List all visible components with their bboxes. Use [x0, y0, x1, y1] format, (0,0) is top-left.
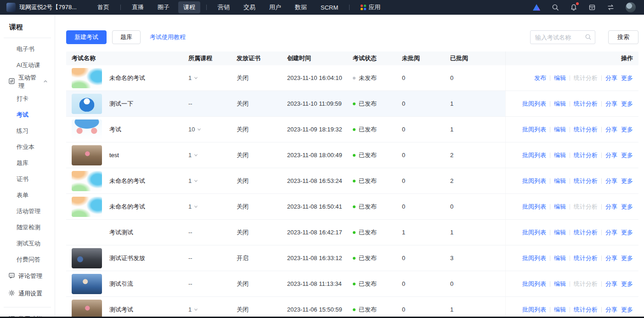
exam-name-cell: 测试考试	[72, 300, 188, 318]
action-stats-analysis[interactable]: 统计分析	[574, 254, 598, 262]
sidebar-group-2[interactable]: 互动管理	[0, 73, 55, 91]
action-share[interactable]: 分享	[605, 280, 617, 288]
action-edit[interactable]: 编辑	[554, 177, 566, 185]
action-more[interactable]: 更多	[621, 306, 633, 314]
sidebar-group-14[interactable]: 评论管理	[0, 267, 55, 285]
nav-item-8[interactable]: 用户	[264, 1, 286, 13]
search-icon[interactable]	[552, 4, 559, 11]
course-count-dropdown[interactable]: 10	[188, 126, 237, 133]
sidebar-item-9[interactable]: 表单	[0, 187, 55, 203]
exam-status: 已发布	[353, 100, 402, 108]
nav-item-7[interactable]: 交易	[238, 1, 260, 13]
action-share[interactable]: 分享	[605, 100, 617, 108]
action-stats-analysis[interactable]: 统计分析	[574, 228, 598, 237]
course-count-dropdown[interactable]: 1	[188, 306, 237, 313]
action-share[interactable]: 分享	[605, 306, 617, 314]
search-button[interactable]: 搜索	[608, 30, 638, 44]
action-edit[interactable]: 编辑	[554, 228, 566, 237]
nav-item-0[interactable]: 首页	[92, 1, 114, 13]
action-stats-analysis[interactable]: 统计分析	[574, 306, 598, 314]
action-more[interactable]: 更多	[621, 228, 633, 237]
action-review-list[interactable]: 批阅列表	[522, 254, 546, 262]
sidebar-item-8[interactable]: 证书	[0, 171, 55, 187]
switch-account-icon[interactable]	[607, 4, 615, 11]
workbench-icon[interactable]	[588, 4, 596, 11]
status-label: 已发布	[359, 177, 377, 185]
action-publish[interactable]: 发布	[534, 74, 546, 82]
bell-icon[interactable]	[570, 4, 577, 11]
action-more[interactable]: 更多	[621, 280, 633, 288]
new-exam-button[interactable]: 新建考试	[66, 30, 107, 44]
action-review-list[interactable]: 批阅列表	[522, 177, 546, 185]
nav-item-label: 交易	[243, 3, 255, 11]
action-edit[interactable]: 编辑	[554, 151, 566, 159]
action-more[interactable]: 更多	[621, 100, 633, 108]
certificate-status: 关闭	[237, 177, 287, 185]
action-more[interactable]: 更多	[621, 151, 633, 159]
course-count: 10	[188, 126, 195, 133]
user-avatar[interactable]	[626, 2, 636, 12]
nav-item-2[interactable]: 直播	[127, 1, 149, 13]
action-more[interactable]: 更多	[621, 177, 633, 185]
action-share[interactable]: 分享	[605, 125, 617, 134]
sidebar-item-3[interactable]: 打卡	[0, 91, 55, 107]
action-share[interactable]: 分享	[605, 177, 617, 185]
course-count-dropdown[interactable]: 1	[188, 177, 237, 184]
action-review-list[interactable]: 批阅列表	[522, 203, 546, 211]
course-count: --	[188, 100, 192, 107]
sidebar-item-11[interactable]: 随堂检测	[0, 219, 55, 235]
question-bank-button[interactable]: 题库	[112, 30, 141, 44]
action-share[interactable]: 分享	[605, 203, 617, 211]
sidebar-item-12[interactable]: 测试互动	[0, 235, 55, 251]
action-review-list[interactable]: 批阅列表	[522, 151, 546, 159]
action-review-list[interactable]: 批阅列表	[522, 228, 546, 237]
action-share[interactable]: 分享	[605, 228, 617, 237]
action-more[interactable]: 更多	[621, 125, 633, 134]
nav-item-label: 用户	[269, 3, 281, 11]
course-count-dropdown[interactable]: 1	[188, 203, 237, 210]
exam-name-cell: 考试测试	[72, 222, 188, 243]
action-more[interactable]: 更多	[621, 203, 633, 211]
action-stats-analysis[interactable]: 统计分析	[574, 177, 598, 185]
nav-item-10[interactable]: SCRM	[316, 2, 343, 13]
course-count-dropdown[interactable]: 1	[188, 74, 237, 81]
sidebar-item-0[interactable]: 电子书	[0, 41, 55, 57]
course-count-dropdown[interactable]: 1	[188, 152, 237, 159]
action-more[interactable]: 更多	[621, 74, 633, 82]
action-edit[interactable]: 编辑	[554, 74, 566, 82]
action-edit[interactable]: 编辑	[554, 280, 566, 288]
nav-item-9[interactable]: 数据	[290, 1, 312, 13]
action-edit[interactable]: 编辑	[554, 254, 566, 262]
nav-item-6[interactable]: 营销	[213, 1, 235, 13]
nav-item-3[interactable]: 圈子	[153, 1, 175, 13]
nav-item-12[interactable]: 应用	[356, 1, 385, 13]
action-review-list[interactable]: 批阅列表	[522, 280, 546, 288]
certificate-status: 关闭	[237, 280, 287, 288]
action-edit[interactable]: 编辑	[554, 203, 566, 211]
brand-triangle-icon[interactable]	[532, 4, 541, 11]
sidebar-group-15[interactable]: 通用设置	[0, 285, 55, 302]
action-review-list[interactable]: 批阅列表	[522, 306, 546, 314]
sidebar-item-5[interactable]: 练习	[0, 123, 55, 139]
app-logo[interactable]	[6, 3, 16, 12]
action-stats-analysis[interactable]: 统计分析	[574, 100, 598, 108]
exam-tutorial-link[interactable]: 考试使用教程	[150, 33, 186, 41]
sidebar-item-1[interactable]: AI互动课	[0, 57, 55, 73]
sidebar-item-13[interactable]: 付费问答	[0, 251, 55, 267]
action-share[interactable]: 分享	[605, 74, 617, 82]
action-edit[interactable]: 编辑	[554, 125, 566, 134]
sidebar-item-10[interactable]: 活动管理	[0, 203, 55, 219]
action-stats-analysis[interactable]: 统计分析	[574, 125, 598, 134]
action-edit[interactable]: 编辑	[554, 306, 566, 314]
action-review-list[interactable]: 批阅列表	[522, 100, 546, 108]
action-more[interactable]: 更多	[621, 254, 633, 262]
action-stats-analysis[interactable]: 统计分析	[574, 151, 598, 159]
action-share[interactable]: 分享	[605, 254, 617, 262]
sidebar-item-7[interactable]: 题库	[0, 155, 55, 171]
nav-item-4[interactable]: 课程	[178, 1, 200, 13]
sidebar-item-6[interactable]: 作业本	[0, 139, 55, 155]
action-edit[interactable]: 编辑	[554, 100, 566, 108]
action-share[interactable]: 分享	[605, 151, 617, 159]
action-review-list[interactable]: 批阅列表	[522, 125, 546, 134]
sidebar-item-4[interactable]: 考试	[0, 107, 55, 123]
